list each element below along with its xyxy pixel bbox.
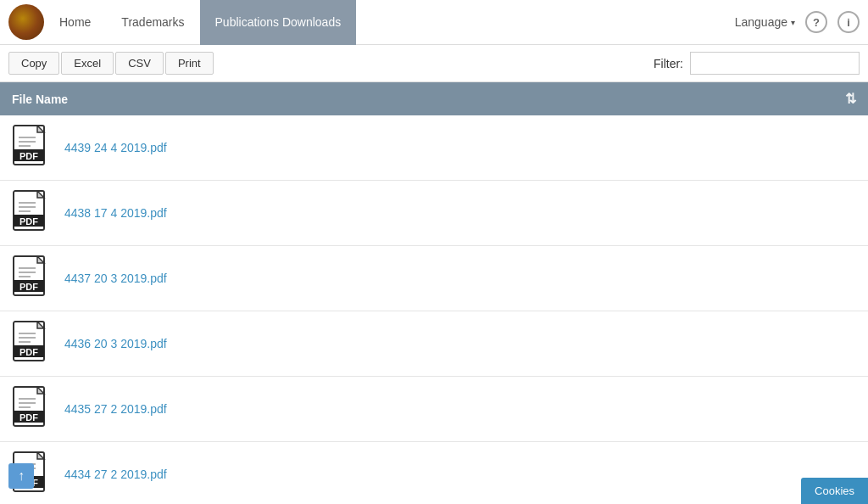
pdf-icon: PDF (12, 255, 53, 302)
scroll-top-button[interactable]: ↑ (8, 463, 34, 489)
file-name-link[interactable]: 4434 27 2 2019.pdf (64, 468, 167, 481)
language-caret-icon: ▾ (791, 18, 795, 27)
filter-input[interactable] (690, 52, 860, 75)
print-button[interactable]: Print (165, 52, 214, 75)
table-row[interactable]: PDF 4437 20 3 2019.pdf (0, 246, 868, 311)
toolbar-buttons: Copy Excel CSV Print (8, 52, 214, 75)
table-row[interactable]: PDF 4435 27 2 2019.pdf (0, 377, 868, 442)
navbar-right: Language ▾ ? i (735, 11, 860, 33)
language-label: Language (735, 15, 787, 29)
table-row[interactable]: PDF 4438 17 4 2019.pdf (0, 181, 868, 246)
sort-icon[interactable]: ⇅ (845, 91, 856, 107)
table-row[interactable]: PDF 4436 20 3 2019.pdf (0, 311, 868, 377)
file-name-link[interactable]: 4438 17 4 2019.pdf (64, 206, 167, 220)
nav-publications[interactable]: Publications Downloads (200, 0, 357, 45)
nav-trademarks[interactable]: Trademarks (106, 0, 199, 45)
navbar: Home Trademarks Publications Downloads L… (0, 0, 868, 45)
file-name-link[interactable]: 4437 20 3 2019.pdf (64, 272, 167, 285)
copy-button[interactable]: Copy (8, 52, 59, 75)
info-button[interactable]: i (837, 11, 860, 33)
file-name-link[interactable]: 4436 20 3 2019.pdf (64, 337, 167, 350)
file-name-link[interactable]: 4435 27 2 2019.pdf (64, 402, 167, 416)
table-row[interactable]: PDF 4439 24 4 2019.pdf (0, 115, 868, 181)
svg-text:PDF: PDF (19, 282, 38, 292)
logo[interactable] (8, 4, 44, 40)
filter-area: Filter: (654, 52, 860, 75)
file-name-column-header: File Name (12, 92, 68, 106)
excel-button[interactable]: Excel (61, 52, 114, 75)
nav-home[interactable]: Home (44, 0, 106, 45)
table-header: File Name ⇅ (0, 82, 868, 115)
pdf-icon: PDF (12, 124, 53, 171)
file-list: PDF 4439 24 4 2019.pdf PDF 4438 17 4 201… (0, 115, 868, 504)
file-name-link[interactable]: 4439 24 4 2019.pdf (64, 141, 167, 154)
table-row[interactable]: PDF 4434 27 2 2019.pdf (0, 442, 868, 504)
svg-text:PDF: PDF (19, 151, 38, 161)
pdf-icon: PDF (12, 189, 53, 237)
language-button[interactable]: Language ▾ (735, 15, 795, 29)
nav-links: Home Trademarks Publications Downloads (44, 0, 735, 45)
svg-text:PDF: PDF (19, 412, 38, 423)
svg-text:PDF: PDF (19, 347, 38, 357)
help-button[interactable]: ? (805, 11, 827, 33)
pdf-icon: PDF (12, 320, 53, 367)
filter-label: Filter: (654, 57, 683, 70)
toolbar: Copy Excel CSV Print Filter: (0, 45, 868, 82)
pdf-icon: PDF (12, 385, 53, 433)
csv-button[interactable]: CSV (115, 52, 164, 75)
svg-text:PDF: PDF (19, 216, 38, 227)
cookies-bar[interactable]: Cookies (801, 478, 868, 504)
